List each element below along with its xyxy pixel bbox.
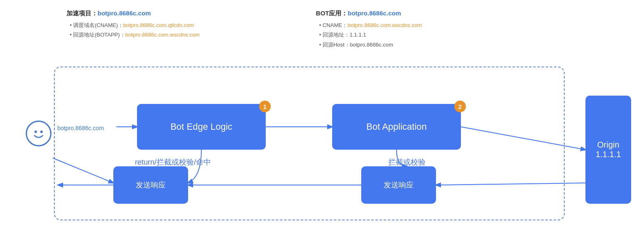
info-right-list: CNAME：botpro.8686c.com.wscdns.com 回源地址：1… — [316, 20, 422, 49]
info-left-item-0-label: 调度域名(CNAME)： — [73, 22, 123, 28]
box-send-resp-left: 发送响应 — [113, 166, 188, 204]
info-block-left: 加速项目：botpro.8686c.com 调度域名(CNAME)：botpro… — [66, 7, 200, 49]
info-left-title: 加速项目：botpro.8686c.com — [66, 7, 200, 19]
label-intercept: 拦截或校验 — [388, 157, 426, 167]
info-left-item-1-label: 回源地址(BOTAPP)： — [73, 32, 125, 38]
diagram: botpro.8686c.com Bot Edge Logic Bot Appl… — [12, 54, 631, 229]
badge-1: 1 — [259, 101, 271, 112]
info-left-item-1: 回源地址(BOTAPP)：botpro.8686c.com.wscdns.com — [70, 30, 200, 40]
info-right-title-value: botpro.8686c.com — [348, 10, 401, 17]
info-left-list: 调度域名(CNAME)：botpro.8686c.com.qtlcdn.com … — [66, 20, 200, 40]
info-section: 加速项目：botpro.8686c.com 调度域名(CNAME)：botpro… — [0, 0, 644, 54]
domain-label: botpro.8686c.com — [57, 125, 104, 131]
info-left-item-1-value: botpro.8686c.com.wscdns.com — [125, 32, 200, 38]
info-block-right: BOT应用：botpro.8686c.com CNAME：botpro.8686… — [316, 7, 422, 49]
box-bot-edge: Bot Edge Logic — [137, 104, 266, 150]
info-right-title-label: BOT应用： — [316, 10, 348, 17]
info-left-title-label: 加速项目： — [66, 10, 98, 17]
info-right-item-0: CNAME：botpro.8686c.com.wscdns.com — [319, 20, 422, 30]
page-container: 加速项目：botpro.8686c.com 调度域名(CNAME)：botpro… — [0, 0, 644, 237]
svg-point-1 — [40, 131, 43, 133]
box-bot-app: Bot Application — [332, 104, 461, 150]
svg-point-0 — [34, 131, 37, 133]
box-send-resp-right: 发送响应 — [361, 166, 436, 204]
info-right-item-1: 回源地址：1.1.1.1 — [319, 30, 422, 40]
info-right-item-2: 回源Host：botpro.8686c.com — [319, 40, 422, 49]
info-left-item-0-value: botpro.8686c.com.qtlcdn.com — [123, 22, 194, 28]
label-return: return/拦截或校验/命中 — [135, 157, 211, 167]
info-right-title: BOT应用：botpro.8686c.com — [316, 7, 422, 19]
info-left-title-value: botpro.8686c.com — [98, 10, 151, 17]
box-origin: Origin 1.1.1.1 — [585, 96, 631, 204]
info-left-item-0: 调度域名(CNAME)：botpro.8686c.com.qtlcdn.com — [70, 20, 200, 30]
smiley-icon — [26, 121, 51, 146]
badge-2: 2 — [454, 101, 466, 112]
